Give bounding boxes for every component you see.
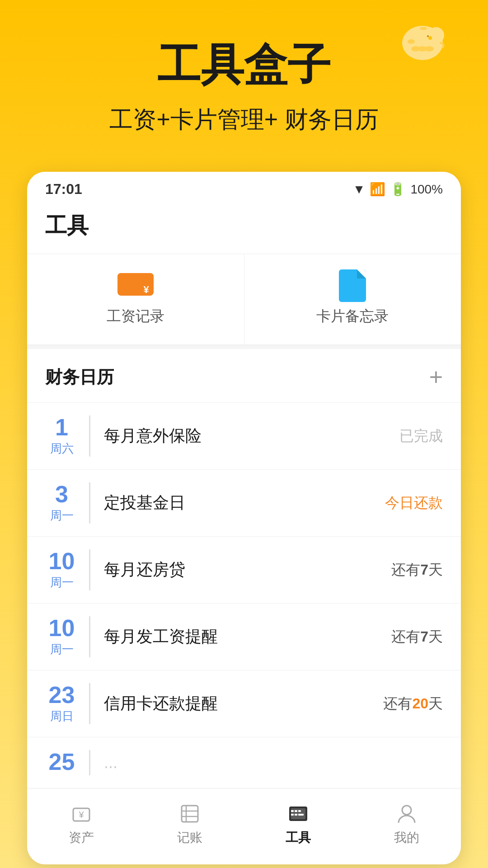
date-num-2: 3 [55, 482, 68, 506]
item-status-4: 还有7天 [391, 627, 443, 647]
nav-tools-label: 工具 [286, 829, 311, 846]
calendar-item-6: 25 ... [27, 737, 461, 788]
calendar-title: 财务日历 [45, 366, 114, 389]
date-col-4: 10 周一 [45, 616, 90, 657]
item-name-2: 定投基金日 [104, 492, 385, 514]
item-name-3: 每月还房贷 [104, 559, 391, 581]
date-day-4: 周一 [50, 642, 74, 657]
date-col-1: 1 周六 [45, 415, 90, 457]
wifi-icon: ▼ [353, 182, 366, 197]
bottom-nav: ¥ 资产 记账 [27, 788, 461, 864]
item-status-5: 还有20天 [383, 694, 443, 714]
page-sub-title: 工资+卡片管理+ 财务日历 [27, 104, 461, 136]
item-name-5: 信用卡还款提醒 [104, 693, 383, 715]
battery-icon: 🔋 [390, 182, 406, 197]
battery-percent: 100% [410, 182, 443, 197]
svg-point-8 [427, 35, 429, 37]
svg-point-1 [428, 27, 444, 43]
nav-tools-icon [286, 802, 310, 826]
date-day-3: 周一 [50, 575, 74, 590]
signal-icon: 📶 [370, 182, 385, 197]
svg-rect-11 [182, 806, 198, 822]
nav-mine-label: 我的 [394, 829, 419, 846]
nav-mine-icon [395, 802, 418, 826]
calendar-item-3: 10 周一 每月还房贷 还有7天 [27, 536, 461, 603]
calendar-item-1: 1 周六 每月意外保险 已完成 [27, 402, 461, 469]
card-memo-label: 卡片备忘录 [316, 307, 389, 326]
date-col-5: 23 周日 [45, 683, 90, 724]
date-day-1: 周六 [50, 441, 74, 457]
svg-rect-19 [295, 810, 297, 812]
calendar-header: 财务日历 + [27, 349, 461, 402]
card-memo-icon-container [334, 272, 371, 299]
nav-item-assets[interactable]: ¥ 资产 [27, 797, 136, 851]
page-header: 工具盒子 工资+卡片管理+ 财务日历 [0, 0, 488, 154]
svg-point-7 [408, 39, 415, 44]
calendar-item-2: 3 周一 定投基金日 今日还款 [27, 469, 461, 536]
app-title: 工具 [45, 213, 89, 237]
date-day-5: 周日 [50, 708, 74, 724]
svg-point-5 [428, 36, 432, 40]
svg-rect-22 [295, 814, 297, 816]
page-main-title: 工具盒子 [27, 36, 461, 95]
svg-rect-21 [291, 814, 294, 816]
svg-point-24 [402, 806, 411, 815]
item-status-1: 已完成 [399, 426, 443, 446]
svg-rect-17 [293, 819, 304, 821]
item-name-6: ... [104, 753, 443, 772]
item-name-1: 每月意外保险 [104, 425, 399, 447]
item-status-2: 今日还款 [385, 493, 443, 513]
date-col-2: 3 周一 [45, 482, 90, 524]
nav-assets-icon: ¥ [70, 802, 93, 826]
date-col-6: 25 [45, 750, 90, 775]
date-num-3: 10 [49, 549, 75, 573]
nav-item-ledger[interactable]: 记账 [136, 797, 244, 851]
tool-buttons-row: ¥ 工资记录 卡片备忘录 [27, 254, 461, 345]
nav-item-mine[interactable]: 我的 [352, 797, 461, 851]
salary-icon-container: ¥ [117, 272, 154, 299]
svg-rect-18 [291, 810, 294, 812]
nav-item-tools[interactable]: 工具 [244, 797, 352, 851]
item-status-3: 还有7天 [391, 560, 443, 580]
calendar-section: 财务日历 + 1 周六 每月意外保险 已完成 3 周一 定投基金日 今日还款 1… [27, 349, 461, 788]
svg-text:¥: ¥ [78, 810, 84, 820]
date-num-4: 10 [49, 616, 75, 640]
status-bar: 17:01 ▼ 📶 🔋 100% [27, 172, 461, 202]
status-icons: ▼ 📶 🔋 100% [353, 182, 443, 197]
date-num-1: 1 [55, 415, 68, 439]
svg-rect-20 [298, 810, 301, 812]
date-day-2: 周一 [50, 508, 74, 524]
card-memo-icon [339, 269, 366, 302]
salary-label: 工资记录 [107, 307, 164, 326]
status-time: 17:01 [45, 181, 82, 198]
salary-icon: ¥ [117, 273, 154, 298]
calendar-item-4: 10 周一 每月发工资提醒 还有7天 [27, 603, 461, 670]
svg-rect-6 [420, 27, 427, 30]
nav-ledger-icon [178, 802, 202, 826]
svg-point-4 [425, 46, 434, 52]
date-num-5: 23 [49, 683, 75, 707]
card-memo-button[interactable]: 卡片备忘录 [244, 254, 461, 344]
item-name-4: 每月发工资提醒 [104, 626, 391, 648]
svg-rect-23 [298, 814, 304, 816]
app-header: 工具 [27, 202, 461, 254]
date-col-3: 10 周一 [45, 549, 90, 590]
salary-button[interactable]: ¥ 工资记录 [27, 254, 244, 344]
add-calendar-button[interactable]: + [429, 365, 443, 389]
nav-ledger-label: 记账 [177, 829, 202, 846]
nav-assets-label: 资产 [69, 829, 94, 846]
calendar-item-5: 23 周日 信用卡还款提醒 还有20天 [27, 670, 461, 737]
piggy-icon [398, 18, 452, 63]
date-num-6: 25 [49, 750, 75, 774]
phone-card: 17:01 ▼ 📶 🔋 100% 工具 ¥ 工资记录 [27, 172, 461, 864]
